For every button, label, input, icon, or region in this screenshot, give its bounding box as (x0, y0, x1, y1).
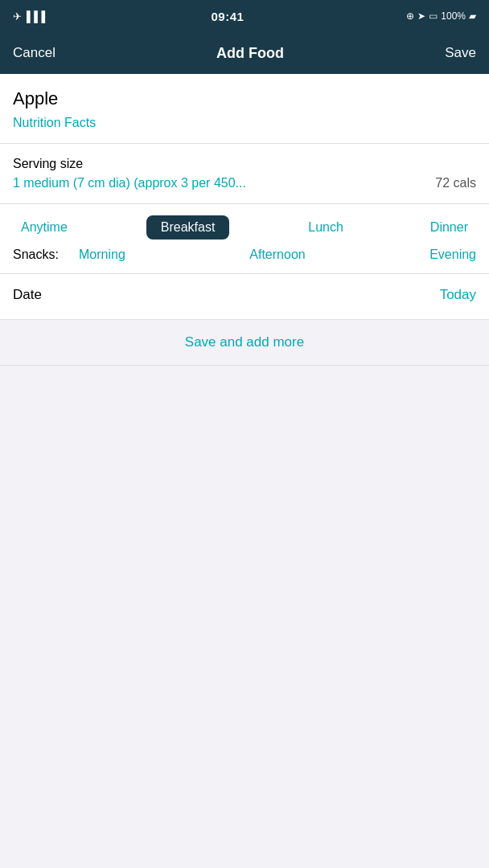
nav-icon: ➤ (417, 10, 425, 22)
evening-button[interactable]: Evening (429, 248, 476, 262)
save-more-container: Save and add more (0, 319, 489, 366)
battery-percent: 100% (441, 10, 466, 22)
save-and-add-more-button[interactable]: Save and add more (13, 334, 476, 350)
save-button[interactable]: Save (445, 45, 476, 61)
meal-selector-row: Anytime Breakfast Lunch Dinner (13, 204, 476, 244)
date-row: Date Today (13, 274, 476, 319)
date-label: Date (13, 287, 42, 303)
airplane-icon: ✈ (13, 10, 22, 23)
nav-bar: Cancel Add Food Save (0, 32, 489, 74)
nutrition-facts-link[interactable]: Nutrition Facts (13, 116, 96, 130)
dinner-button[interactable]: Dinner (422, 215, 476, 240)
calories-value: 72 cals (435, 176, 476, 190)
serving-size-row: 1 medium (7 cm dia) (approx 3 per 450...… (13, 176, 476, 203)
snack-options: Morning Afternoon Evening (79, 248, 476, 262)
divider-1 (0, 143, 489, 144)
afternoon-button[interactable]: Afternoon (249, 248, 305, 262)
morning-button[interactable]: Morning (79, 248, 125, 262)
serving-size-label: Serving size (13, 157, 476, 171)
breakfast-button[interactable]: Breakfast (146, 215, 230, 240)
serving-size-value[interactable]: 1 medium (7 cm dia) (approx 3 per 450... (13, 176, 246, 190)
signal-icon: ▌▌▌ (27, 10, 49, 23)
main-content: Apple Nutrition Facts Serving size 1 med… (0, 74, 489, 319)
status-left: ✈ ▌▌▌ (13, 10, 49, 23)
bottom-area (0, 366, 489, 687)
status-bar: ✈ ▌▌▌ 09:41 ⊕ ➤ ▭ 100% ▰ (0, 0, 489, 32)
snacks-row: Snacks: Morning Afternoon Evening (13, 244, 476, 273)
battery-icon: ▰ (469, 10, 476, 22)
food-name: Apple (13, 88, 476, 109)
cancel-button[interactable]: Cancel (13, 45, 55, 61)
location-icon: ⊕ (406, 10, 414, 22)
snacks-label: Snacks: (13, 248, 69, 262)
status-time: 09:41 (212, 10, 244, 23)
status-right: ⊕ ➤ ▭ 100% ▰ (406, 10, 476, 22)
anytime-button[interactable]: Anytime (13, 215, 76, 240)
lunch-button[interactable]: Lunch (300, 215, 351, 240)
date-value[interactable]: Today (440, 287, 476, 303)
screen-icon: ▭ (429, 10, 438, 22)
nav-title: Add Food (216, 45, 284, 62)
